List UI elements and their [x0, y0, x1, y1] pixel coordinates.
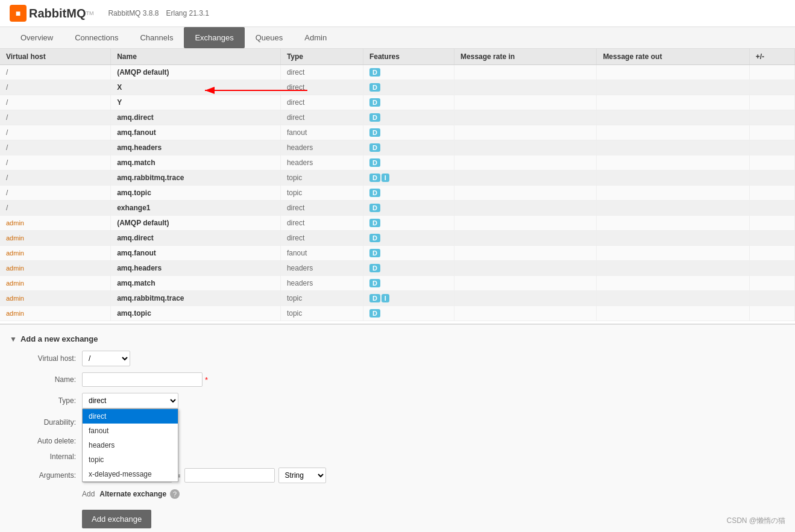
cell-plus-minus: [749, 95, 794, 110]
cell-features: DI: [363, 291, 454, 306]
table-row[interactable]: / amq.headers headers D: [0, 140, 795, 155]
cell-rate-out: [597, 95, 749, 110]
dropdown-x-delayed[interactable]: x-delayed-message: [83, 467, 178, 481]
cell-name[interactable]: exhange1: [111, 201, 281, 216]
alternate-help-icon[interactable]: ?: [170, 489, 180, 499]
cell-name[interactable]: amq.headers: [111, 261, 281, 276]
cell-name[interactable]: amq.direct: [111, 110, 281, 125]
cell-name[interactable]: X: [111, 80, 281, 95]
cell-features: D: [363, 246, 454, 261]
cell-vhost: admin: [0, 261, 111, 276]
cell-type: direct: [280, 231, 363, 246]
badge-d: D: [369, 83, 380, 92]
badge-d: D: [369, 234, 380, 242]
cell-rate-in: [454, 276, 597, 291]
cell-type: direct: [280, 216, 363, 231]
cell-name[interactable]: amq.match: [111, 155, 281, 171]
table-row[interactable]: admin amq.topic topic D: [0, 306, 795, 321]
table-row[interactable]: / amq.rabbitmq.trace topic DI: [0, 171, 795, 186]
name-input[interactable]: [82, 372, 203, 387]
table-row[interactable]: / amq.direct direct D: [0, 110, 795, 125]
cell-plus-minus: [749, 140, 794, 155]
table-row[interactable]: admin amq.rabbitmq.trace topic DI: [0, 291, 795, 306]
cell-name[interactable]: amq.rabbitmq.trace: [111, 171, 281, 186]
dropdown-headers[interactable]: headers: [83, 438, 178, 452]
table-row[interactable]: admin amq.match headers D: [0, 276, 795, 291]
cell-type: direct: [280, 201, 363, 216]
table-row[interactable]: / (AMQP default) direct D: [0, 65, 795, 80]
table-row[interactable]: / amq.topic topic D: [0, 186, 795, 201]
section-title: Add a new exchange: [20, 334, 98, 343]
dropdown-topic[interactable]: topic: [83, 452, 178, 467]
badge-d: D: [369, 128, 380, 137]
cell-vhost: /: [0, 140, 111, 155]
table-row[interactable]: admin amq.fanout fanout D: [0, 246, 795, 261]
cell-name[interactable]: amq.direct: [111, 231, 281, 246]
cell-rate-out: [597, 125, 749, 140]
exchanges-table-container: Virtual host Name Type Features Message …: [0, 49, 795, 321]
nav-exchanges[interactable]: Exchanges: [184, 27, 244, 48]
cell-name[interactable]: amq.match: [111, 276, 281, 291]
table-row[interactable]: / amq.fanout fanout D: [0, 125, 795, 140]
virtual-host-select[interactable]: /: [82, 351, 130, 366]
cell-name[interactable]: (AMQP default): [111, 216, 281, 231]
nav-queues[interactable]: Queues: [245, 27, 294, 48]
table-row[interactable]: / amq.match headers D: [0, 155, 795, 171]
arg-value-input[interactable]: [184, 468, 275, 483]
cell-plus-minus: [749, 125, 794, 140]
cell-rate-out: [597, 171, 749, 186]
table-row[interactable]: admin (AMQP default) direct D: [0, 216, 795, 231]
cell-features: D: [363, 155, 454, 171]
nav-admin[interactable]: Admin: [294, 27, 338, 48]
auto-delete-label: Auto delete:: [10, 437, 82, 445]
badge-d: D: [369, 143, 380, 152]
cell-name[interactable]: amq.fanout: [111, 246, 281, 261]
cell-features: D: [363, 65, 454, 80]
table-row[interactable]: admin amq.headers headers D: [0, 261, 795, 276]
table-row[interactable]: admin amq.direct direct D: [0, 231, 795, 246]
cell-name[interactable]: amq.headers: [111, 140, 281, 155]
dropdown-fanout[interactable]: fanout: [83, 424, 178, 438]
cell-rate-in: [454, 201, 597, 216]
table-body: / (AMQP default) direct D / X direct D /…: [0, 65, 795, 321]
erlang-version: Erlang 21.3.1: [166, 9, 209, 17]
cell-rate-in: [454, 155, 597, 171]
cell-name[interactable]: amq.topic: [111, 306, 281, 321]
col-type: Type: [280, 49, 363, 65]
header: ■ RabbitMQ TM RabbitMQ 3.8.8 Erlang 21.3…: [0, 0, 795, 27]
nav-overview[interactable]: Overview: [10, 27, 64, 48]
add-exchange-button[interactable]: Add exchange: [82, 510, 151, 528]
col-name: Name: [111, 49, 281, 65]
table-row[interactable]: / Y direct D: [0, 95, 795, 110]
cell-rate-in: [454, 246, 597, 261]
cell-rate-in: [454, 140, 597, 155]
name-row: Name: *: [10, 372, 785, 387]
type-select[interactable]: direct fanout headers topic x-delayed-me…: [82, 393, 178, 408]
alternate-exchange-link[interactable]: Alternate exchange: [99, 490, 166, 498]
section-header[interactable]: ▼ Add a new exchange: [10, 334, 785, 343]
cell-plus-minus: [749, 231, 794, 246]
cell-name[interactable]: Y: [111, 95, 281, 110]
table-header-row: Virtual host Name Type Features Message …: [0, 49, 795, 65]
watermark: CSDN @懒惰の猫: [726, 516, 785, 526]
cell-features: D: [363, 261, 454, 276]
nav-connections[interactable]: Connections: [64, 27, 129, 48]
cell-name[interactable]: amq.fanout: [111, 125, 281, 140]
arg-type-select[interactable]: String Number Boolean: [278, 468, 326, 483]
cell-features: D: [363, 140, 454, 155]
col-rate-out: Message rate out: [597, 49, 749, 65]
cell-features: D: [363, 95, 454, 110]
cell-type: direct: [280, 80, 363, 95]
cell-name[interactable]: amq.topic: [111, 186, 281, 201]
dropdown-direct[interactable]: direct: [83, 409, 178, 424]
cell-features: D: [363, 80, 454, 95]
add-link[interactable]: Add: [82, 490, 95, 498]
cell-type: headers: [280, 276, 363, 291]
cell-vhost: /: [0, 65, 111, 80]
nav-channels[interactable]: Channels: [129, 27, 184, 48]
table-row[interactable]: / X direct D: [0, 80, 795, 95]
table-row[interactable]: / exhange1 direct D: [0, 201, 795, 216]
cell-plus-minus: [749, 155, 794, 171]
cell-name[interactable]: (AMQP default): [111, 65, 281, 80]
cell-name[interactable]: amq.rabbitmq.trace: [111, 291, 281, 306]
